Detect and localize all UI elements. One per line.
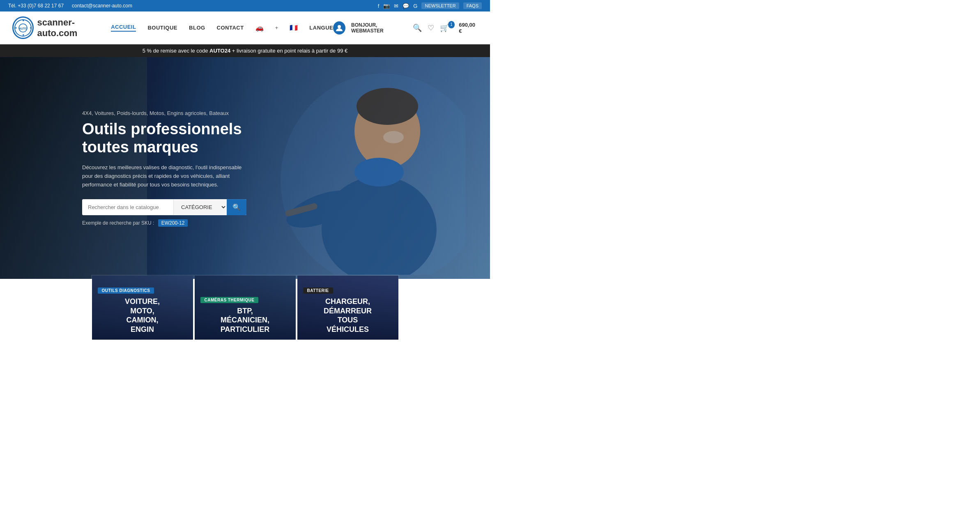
hero-title: Outils professionnels toutes marques	[82, 120, 246, 156]
category-card-cameras[interactable]: CAMÉRAS THERMIQUE BTP,MÉCANICIEN,PARTICU…	[194, 275, 297, 340]
category-title-3: CHARGEUR,DÉMARREURTOUSVÉHICULES	[303, 297, 393, 334]
nav-boutique[interactable]: BOUTIQUE	[147, 25, 177, 31]
category-card-2-bg: CAMÉRAS THERMIQUE BTP,MÉCANICIEN,PARTICU…	[195, 276, 296, 340]
category-select[interactable]: CATÉGORIE	[173, 200, 227, 215]
category-tag-3: BATTERIE	[303, 287, 333, 294]
email-text: contact@scanner-auto.com	[72, 3, 132, 9]
nav-accueil[interactable]: ACCUEIL	[111, 24, 136, 32]
newsletter-button[interactable]: NEWSLETTER	[421, 2, 459, 9]
nav-blog[interactable]: BLOG	[189, 25, 205, 31]
logo-icon: AUTO ★ ★ ★ ★	[12, 16, 34, 39]
promo-banner: 5 % de remise avec le code AUTO24 + livr…	[0, 44, 490, 57]
user-avatar[interactable]	[333, 21, 345, 34]
category-card-3-inner: BATTERIE CHARGEUR,DÉMARREURTOUSVÉHICULES	[297, 281, 398, 340]
nav-plus: +	[275, 25, 278, 31]
svg-text:AUTO: AUTO	[19, 27, 27, 30]
hero-section: 4X4, Voitures, Poids-lourds, Motos, Engi…	[0, 57, 490, 279]
svg-point-7	[338, 25, 341, 28]
instagram-icon[interactable]: 📷	[383, 3, 390, 9]
top-bar-left: Tél. +33 (0)7 68 22 17 67 contact@scanne…	[8, 3, 132, 9]
category-title-1: VOITURE,MOTO,CAMION,ENGIN	[98, 297, 187, 334]
hero-description: Découvrez les meilleures valises de diag…	[82, 163, 246, 189]
top-bar-right: f 📷 ✉ 💬 G NEWSLETTER FAQS	[378, 2, 482, 9]
promo-text-after: + livraison gratuite en point relais à p…	[230, 48, 347, 54]
category-card-2-inner: CAMÉRAS THERMIQUE BTP,MÉCANICIEN,PARTICU…	[195, 290, 296, 340]
hero-content: 4X4, Voitures, Poids-lourds, Motos, Engi…	[82, 110, 246, 226]
header-right: BONJOUR, WEBMASTER 🔍 ♡ 🛒 1 690,00 €	[333, 21, 478, 34]
search-input[interactable]	[82, 200, 173, 214]
phone-text: Tél. +33 (0)7 68 22 17 67	[8, 3, 64, 9]
search-example-tag[interactable]: EW200-12	[158, 219, 188, 227]
category-card-batterie[interactable]: BATTERIE CHARGEUR,DÉMARREURTOUSVÉHICULES	[297, 275, 399, 340]
promo-code: AUTO24	[209, 48, 230, 54]
category-title-2: BTP,MÉCANICIEN,PARTICULIER	[200, 306, 290, 334]
cart-count: 1	[448, 21, 455, 28]
svg-text:★: ★	[15, 27, 17, 29]
hero-subtitle: 4X4, Voitures, Poids-lourds, Motos, Engi…	[82, 110, 246, 116]
google-icon[interactable]: G	[413, 3, 417, 9]
category-tag-1: OUTILS DIAGNOSTICS	[98, 287, 154, 294]
cart-area[interactable]: 🛒 1 690,00 €	[440, 22, 478, 34]
promo-text-before: 5 % de remise avec le code	[143, 48, 209, 54]
category-section: OUTILS DIAGNOSTICS VOITURE,MOTO,CAMION,E…	[0, 275, 490, 340]
logo-text: scanner-auto.com	[37, 17, 111, 39]
category-card-diagnostics[interactable]: OUTILS DIAGNOSTICS VOITURE,MOTO,CAMION,E…	[91, 275, 194, 340]
svg-point-11	[357, 88, 418, 125]
category-tag-2: CAMÉRAS THERMIQUE	[200, 297, 259, 303]
cart-price: 690,00 €	[459, 22, 478, 34]
svg-point-13	[354, 158, 404, 186]
greeting-text: BONJOUR, WEBMASTER	[351, 22, 407, 34]
main-nav: ACCUEIL BOUTIQUE BLOG CONTACT 🚗 + 🇫🇷 LAN…	[111, 24, 333, 32]
car-icon: 🚗	[255, 24, 264, 32]
search-bar: CATÉGORIE 🔍	[82, 199, 246, 215]
faq-button[interactable]: FAQS	[463, 2, 482, 9]
search-button[interactable]: 🔍	[413, 23, 422, 32]
category-card-1-inner: OUTILS DIAGNOSTICS VOITURE,MOTO,CAMION,E…	[92, 281, 193, 340]
search-button[interactable]: 🔍	[227, 199, 246, 215]
logo-area[interactable]: AUTO ★ ★ ★ ★ scanner-auto.com	[12, 16, 111, 39]
wishlist-button[interactable]: ♡	[428, 23, 434, 32]
facebook-icon[interactable]: f	[378, 3, 380, 9]
nav-contact[interactable]: CONTACT	[217, 25, 244, 31]
header: AUTO ★ ★ ★ ★ scanner-auto.com ACCUEIL BO…	[0, 11, 490, 44]
top-bar: Tél. +33 (0)7 68 22 17 67 contact@scanne…	[0, 0, 490, 11]
cart-icon[interactable]: 🛒	[440, 23, 449, 32]
category-card-1-bg: OUTILS DIAGNOSTICS VOITURE,MOTO,CAMION,E…	[92, 276, 193, 340]
nav-langue[interactable]: LANGUE	[309, 25, 333, 31]
whatsapp-icon[interactable]: 💬	[403, 3, 409, 9]
flag-icon: 🇫🇷	[290, 24, 298, 32]
search-example-label: Exemple de recherche par SKU :	[82, 220, 154, 226]
svg-point-12	[383, 131, 404, 143]
category-card-3-bg: BATTERIE CHARGEUR,DÉMARREURTOUSVÉHICULES	[297, 276, 398, 340]
search-example: Exemple de recherche par SKU : EW200-12	[82, 220, 246, 226]
email-icon[interactable]: ✉	[394, 3, 398, 9]
